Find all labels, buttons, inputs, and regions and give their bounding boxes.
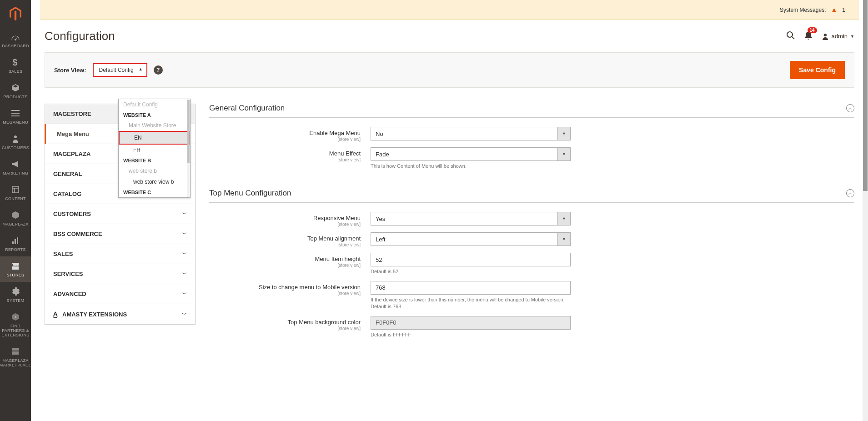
chevron-down-icon: ▼ bbox=[850, 34, 854, 39]
chevron-down-icon: ▼ bbox=[557, 148, 570, 160]
store-scope-bar: Store View: Default Config ? Save Config bbox=[45, 52, 854, 88]
sidebar-reports[interactable]: REPORTS bbox=[0, 231, 31, 256]
config-fields: General Configuration ︿ Enable Mega Menu… bbox=[209, 104, 854, 344]
admin-sidebar: DASHBOARD $SALES PRODUCTS MEGAMENU CUSTO… bbox=[0, 0, 31, 421]
tab-advanced[interactable]: ADVANCED﹀ bbox=[45, 284, 196, 304]
sidebar-sales[interactable]: $SALES bbox=[0, 53, 31, 78]
sidebar-megamenu[interactable]: MEGAMENU bbox=[0, 104, 31, 129]
svg-rect-12 bbox=[17, 237, 18, 244]
section-general-config: General Configuration ︿ bbox=[209, 104, 854, 118]
help-icon[interactable]: ? bbox=[154, 65, 163, 75]
menu-height-input[interactable] bbox=[371, 253, 571, 266]
chevron-down-icon: ﹀ bbox=[182, 210, 187, 217]
scope-webstore-view-b[interactable]: web store view b bbox=[119, 176, 190, 187]
sidebar-dashboard[interactable]: DASHBOARD bbox=[0, 27, 31, 53]
magento-logo[interactable] bbox=[0, 0, 31, 27]
person-icon bbox=[12, 134, 19, 144]
sidebar-system[interactable]: SYSTEM bbox=[0, 282, 31, 307]
chevron-down-icon: ﹀ bbox=[182, 291, 187, 297]
partners-icon bbox=[11, 312, 20, 322]
megaphone-icon bbox=[11, 159, 20, 169]
field-mobile-size: Size to change menu to Mobile version[st… bbox=[209, 281, 854, 311]
svg-rect-11 bbox=[15, 239, 16, 244]
sidebar-marketing[interactable]: MARKETING bbox=[0, 155, 31, 180]
dropdown-scrollbar[interactable] bbox=[187, 100, 190, 197]
field-responsive-menu: Responsive Menu[store view] Yes▼ bbox=[209, 212, 854, 227]
chevron-down-icon: ﹀ bbox=[182, 251, 187, 257]
sidebar-customers[interactable]: CUSTOMERS bbox=[0, 129, 31, 155]
enable-megamenu-select[interactable]: No▼ bbox=[371, 127, 571, 140]
chevron-down-icon: ▼ bbox=[557, 127, 570, 140]
field-enable-megamenu: Enable Mega Menu[store view] No▼ bbox=[209, 127, 854, 142]
sidebar-mageplaza[interactable]: MAGEPLAZA bbox=[0, 205, 31, 231]
store-view-select[interactable]: Default Config bbox=[93, 63, 147, 77]
sidebar-mageplaza-mkt[interactable]: MAGEPLAZA MARKETPLACE bbox=[0, 342, 31, 372]
alignment-select[interactable]: Left▼ bbox=[371, 232, 571, 246]
chevron-down-icon: ▼ bbox=[557, 233, 570, 246]
store-icon bbox=[11, 261, 20, 271]
save-config-button[interactable]: Save Config bbox=[790, 61, 845, 79]
section-top-menu-config: Top Menu Configuration ︿ bbox=[209, 189, 854, 203]
user-menu[interactable]: admin ▼ bbox=[822, 33, 854, 40]
svg-line-1 bbox=[15, 37, 17, 40]
chevron-down-icon: ﹀ bbox=[182, 231, 187, 237]
scope-webstore-b: web store b bbox=[119, 165, 190, 176]
svg-text:$: $ bbox=[12, 58, 17, 67]
sidebar-products[interactable]: PRODUCTS bbox=[0, 78, 31, 104]
gauge-icon bbox=[11, 32, 20, 42]
page-title: Configuration bbox=[45, 29, 115, 43]
tab-sales[interactable]: SALES﹀ bbox=[45, 244, 196, 264]
bg-help: Default is FFFFFF bbox=[371, 331, 571, 338]
collapse-icon[interactable]: ︿ bbox=[846, 189, 854, 197]
field-bg-color: Top Menu background color[store view] De… bbox=[209, 316, 854, 338]
svg-line-15 bbox=[792, 37, 794, 39]
height-help: Default is 52. bbox=[371, 268, 571, 275]
menu-icon bbox=[11, 108, 20, 118]
field-top-menu-alignment: Top Menu alignment[store view] Left▼ bbox=[209, 232, 854, 247]
chevron-down-icon: ▼ bbox=[557, 212, 570, 225]
svg-rect-7 bbox=[12, 186, 19, 193]
chevron-down-icon: ﹀ bbox=[182, 311, 187, 318]
search-icon[interactable] bbox=[786, 31, 795, 41]
scope-website-a[interactable]: WEBSITE A bbox=[119, 110, 190, 120]
header-tools: 14 admin ▼ bbox=[786, 31, 854, 41]
mobile-help: If the device size is lower than this nu… bbox=[371, 296, 571, 311]
notifications-button[interactable]: 14 bbox=[804, 31, 813, 41]
layout-icon bbox=[12, 185, 19, 195]
main-content: System Messages: ▲ 1 Configuration 14 ad… bbox=[31, 0, 868, 421]
box-icon bbox=[11, 83, 20, 93]
scope-fr[interactable]: FR bbox=[119, 145, 190, 155]
sidebar-partners[interactable]: FIND PARTNERS & EXTENSIONS bbox=[0, 307, 31, 342]
collapse-icon[interactable]: ︿ bbox=[846, 104, 854, 112]
menu-effect-select[interactable]: Fade▼ bbox=[371, 147, 571, 161]
scope-default[interactable]: Default Config bbox=[119, 99, 190, 110]
page-scrollbar[interactable] bbox=[863, 0, 868, 421]
tab-customers[interactable]: CUSTOMERS﹀ bbox=[45, 204, 196, 224]
system-messages-bar[interactable]: System Messages: ▲ 1 bbox=[40, 0, 859, 20]
page-header: Configuration 14 admin ▼ bbox=[31, 20, 868, 48]
chevron-down-icon: ﹀ bbox=[182, 271, 187, 277]
scope-website-c[interactable]: WEBSITE C bbox=[119, 187, 190, 197]
marketplace-icon bbox=[11, 346, 20, 356]
field-menu-item-height: Menu Item height[store view] Default is … bbox=[209, 253, 854, 275]
notifications-badge: 14 bbox=[808, 27, 817, 33]
responsive-menu-select[interactable]: Yes▼ bbox=[371, 212, 571, 226]
svg-rect-4 bbox=[11, 113, 20, 114]
tab-amasty[interactable]: A̲AMASTY EXTENSIONS﹀ bbox=[45, 304, 196, 325]
sidebar-content[interactable]: CONTENT bbox=[0, 180, 31, 205]
scope-website-b[interactable]: WEBSITE B bbox=[119, 155, 190, 165]
svg-point-14 bbox=[787, 32, 793, 37]
scope-main-store: Main Website Store bbox=[119, 120, 190, 131]
effect-help: This is how Content of Menu will be show… bbox=[371, 163, 571, 170]
bg-color-input[interactable] bbox=[371, 316, 571, 330]
scope-en[interactable]: EN bbox=[119, 131, 190, 145]
tab-services[interactable]: SERVICES﹀ bbox=[45, 264, 196, 284]
svg-point-6 bbox=[14, 135, 17, 138]
sidebar-stores[interactable]: STORES bbox=[0, 256, 31, 282]
chart-icon bbox=[12, 236, 19, 246]
tab-bss[interactable]: BSS COMMERCE﹀ bbox=[45, 224, 196, 244]
svg-rect-5 bbox=[11, 115, 20, 116]
gear-icon bbox=[11, 286, 20, 296]
svg-rect-3 bbox=[11, 110, 20, 111]
mobile-size-input[interactable] bbox=[371, 281, 571, 295]
